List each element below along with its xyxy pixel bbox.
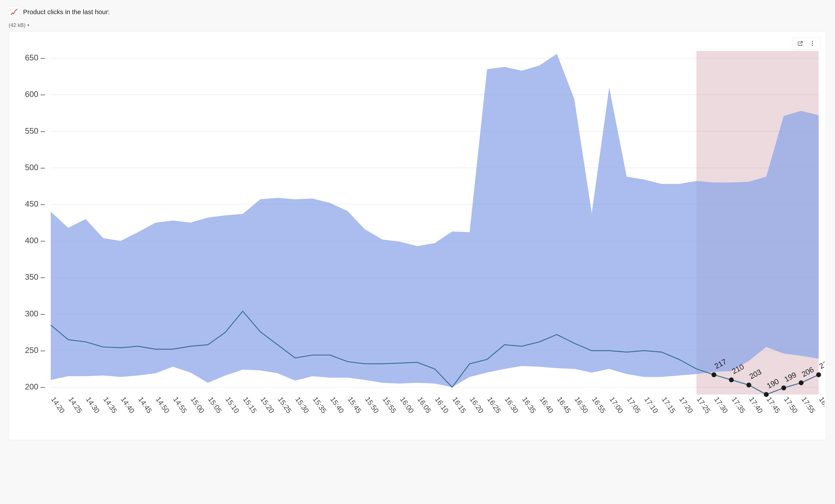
y-tick-label: 550 – [25,126,45,135]
x-tick-label: 16:00 [399,395,415,415]
x-tick-label: 14:35 [102,395,119,415]
x-tick-label: 15:55 [381,395,398,415]
svg-point-1 [812,41,813,42]
y-tick-label: 250 – [25,346,45,355]
x-tick-label: 16:25 [486,395,503,415]
x-tick-label: 16:50 [573,395,590,415]
x-tick-label: 15:25 [277,395,293,415]
data-point [799,380,803,385]
data-point [816,372,821,377]
x-tick-label: 14:45 [137,395,154,415]
x-tick-label: 15:20 [259,395,276,415]
x-tick-label: 15:10 [224,395,241,415]
chart-actions [792,37,820,50]
x-tick-label: 17:15 [660,395,677,415]
x-tick-label: 17:35 [730,395,747,415]
x-tick-label: 17:20 [678,395,695,415]
y-tick-label: 300 – [25,309,45,318]
x-tick-label: 15:35 [311,395,328,415]
data-point [729,378,734,382]
x-tick-label: 14:40 [119,395,136,415]
x-tick-label: 16:55 [591,395,608,415]
x-tick-label: 16:35 [521,395,538,415]
x-tick-label: 16:45 [555,395,573,415]
x-tick-label: 14:20 [49,395,66,415]
x-tick-label: 17:10 [643,395,660,415]
x-tick-label: 17:00 [608,395,625,415]
x-tick-label: 16:05 [416,395,433,415]
x-tick-label: 15:50 [364,395,381,415]
y-tick-label: 450 – [25,200,45,208]
x-tick-label: 17:25 [695,395,712,415]
more-actions-button[interactable] [809,40,815,46]
x-tick-label: 16:20 [468,395,485,415]
message-header: Product clicks in the last hour: [9,6,826,17]
x-tick-label: 14:25 [67,395,84,415]
x-tick-label: 14:50 [154,395,171,415]
x-tick-label: 15:40 [329,395,346,415]
x-tick-label: 15:15 [242,395,259,415]
x-tick-label: 18:00 [817,395,824,415]
open-external-button[interactable] [797,40,803,46]
y-tick-label: 200 – [25,382,45,391]
x-tick-label: 15:05 [207,395,224,415]
x-tick-label: 17:30 [713,395,730,415]
chart-increasing-icon [9,6,20,17]
x-tick-label: 17:50 [782,395,799,415]
chart-card: 200 –250 –300 –350 –400 –450 –500 –550 –… [9,31,826,440]
attachment-size-label: (42 kB) [9,22,25,28]
y-tick-label: 350 – [25,273,45,281]
attachment-size-toggle[interactable]: (42 kB) ▼ [9,22,826,28]
x-tick-label: 15:45 [346,395,363,415]
x-tick-label: 16:30 [503,395,520,415]
chart-plot: 200 –250 –300 –350 –400 –450 –500 –550 –… [11,34,824,435]
chevron-down-icon: ▼ [27,23,30,27]
data-point [764,392,769,397]
open-external-icon [797,41,803,46]
svg-point-2 [812,43,813,44]
y-tick-label: 650 – [25,53,45,62]
x-tick-label: 16:40 [538,395,555,415]
y-tick-label: 500 – [25,163,45,172]
data-point [747,382,751,387]
more-vertical-icon [812,41,813,46]
x-tick-label: 16:10 [433,395,450,415]
y-tick-label: 600 – [25,90,45,99]
x-tick-label: 15:00 [189,395,206,415]
x-tick-label: 17:55 [800,395,817,415]
x-tick-label: 17:05 [625,395,642,415]
data-point [712,372,716,377]
data-point [781,385,786,390]
x-tick-label: 16:15 [451,395,468,415]
x-tick-label: 17:40 [748,395,765,415]
message-title: Product clicks in the last hour: [23,8,110,16]
data-point-label: 217 [818,357,824,370]
x-tick-label: 14:55 [172,395,189,415]
x-tick-label: 15:30 [294,395,311,415]
y-tick-label: 400 – [25,236,45,245]
x-tick-label: 17:45 [765,395,782,415]
x-tick-label: 14:30 [84,395,101,415]
svg-point-3 [812,45,813,46]
